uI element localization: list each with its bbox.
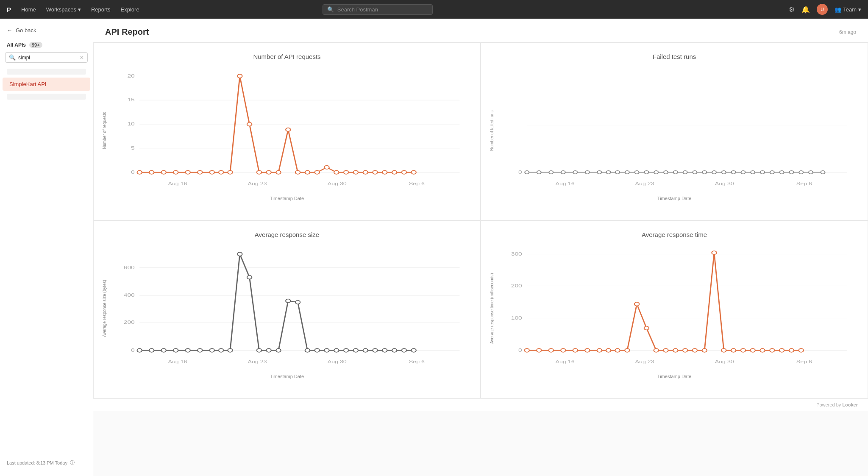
svg-point-113 — [363, 348, 368, 352]
svg-point-75 — [789, 171, 793, 174]
svg-point-30 — [305, 170, 310, 174]
svg-text:Sep 6: Sep 6 — [796, 359, 812, 364]
svg-point-99 — [228, 348, 232, 352]
svg-point-74 — [780, 171, 784, 174]
nav-home[interactable]: Home — [21, 6, 36, 13]
svg-point-24 — [247, 122, 252, 126]
sidebar-search[interactable]: 🔍 ✕ — [5, 52, 88, 63]
chart-svg-time: 0 100 200 300 Aug 16 Aug 23 Aug 30 Sep 6 — [497, 245, 859, 372]
svg-point-157 — [789, 348, 794, 352]
svg-text:Aug 30: Aug 30 — [715, 181, 734, 186]
gear-icon[interactable]: ⚙ — [789, 6, 795, 14]
svg-point-31 — [315, 170, 320, 174]
svg-point-148 — [702, 348, 707, 352]
user-avatar: U — [817, 4, 828, 15]
svg-point-116 — [392, 348, 397, 352]
api-count-badge: 99+ — [29, 42, 42, 48]
svg-point-61 — [654, 171, 658, 174]
back-button[interactable]: ← Go back — [0, 24, 93, 37]
svg-point-145 — [673, 348, 678, 352]
failed-test-runs-chart: Failed test runs Number of failed runs 0… — [481, 42, 868, 220]
info-icon[interactable]: ⓘ — [70, 459, 75, 466]
nav-workspaces[interactable]: Workspaces ▾ — [46, 6, 81, 13]
svg-point-114 — [373, 348, 377, 352]
svg-point-35 — [353, 170, 358, 174]
svg-point-29 — [295, 170, 300, 174]
svg-point-111 — [344, 348, 348, 352]
main-content: API Report 6m ago Number of API requests… — [93, 19, 868, 476]
svg-point-134 — [561, 348, 565, 352]
svg-point-138 — [606, 348, 611, 352]
search-input[interactable] — [337, 6, 428, 13]
svg-point-32 — [324, 166, 329, 170]
svg-point-153 — [751, 348, 755, 352]
nav-explore[interactable]: Explore — [121, 6, 139, 13]
sidebar: ← Go back All APIs 99+ 🔍 ✕ SimpleKart AP… — [0, 19, 93, 476]
svg-point-117 — [402, 348, 406, 352]
svg-point-151 — [731, 348, 736, 352]
svg-point-91 — [137, 348, 142, 352]
svg-point-136 — [585, 348, 590, 352]
svg-point-78 — [821, 171, 825, 174]
svg-point-102 — [257, 348, 262, 352]
charts-grid: Number of API requests Number of request… — [93, 42, 868, 398]
svg-point-39 — [392, 170, 397, 174]
svg-point-41 — [412, 170, 416, 174]
svg-text:Sep 6: Sep 6 — [409, 359, 425, 364]
bell-icon[interactable]: 🔔 — [801, 6, 810, 14]
chart-title-size: Average response size — [102, 231, 472, 238]
svg-point-155 — [770, 348, 774, 352]
svg-point-144 — [663, 348, 668, 352]
x-axis-label-failed: Timestamp Date — [490, 196, 859, 201]
svg-text:10: 10 — [127, 121, 135, 127]
search-bar[interactable]: 🔍 — [323, 4, 433, 15]
avg-response-size-chart: Average response size Average response s… — [93, 220, 481, 398]
svg-point-64 — [683, 171, 687, 174]
svg-point-16 — [161, 170, 166, 174]
svg-point-105 — [286, 299, 290, 303]
svg-text:Sep 6: Sep 6 — [409, 181, 425, 186]
svg-point-139 — [615, 348, 620, 352]
page-title: API Report — [105, 27, 149, 37]
svg-point-20 — [210, 170, 214, 174]
team-button[interactable]: 👥 Team ▾ — [835, 6, 861, 13]
svg-point-70 — [741, 171, 745, 174]
svg-point-118 — [412, 348, 416, 352]
svg-point-60 — [644, 171, 648, 174]
svg-text:0: 0 — [518, 169, 522, 175]
nav-reports[interactable]: Reports — [91, 6, 111, 13]
svg-point-140 — [625, 348, 629, 352]
chart-svg-size: 0 200 400 600 Aug 16 Aug 23 Aug 30 Sep 6 — [109, 245, 472, 372]
svg-point-115 — [382, 348, 387, 352]
svg-point-52 — [561, 171, 565, 174]
y-axis-label-size: Average response size (bytes) — [102, 245, 107, 372]
svg-point-17 — [173, 170, 178, 174]
svg-text:Aug 16: Aug 16 — [168, 181, 187, 186]
svg-text:0: 0 — [518, 347, 522, 353]
sidebar-item-simplekart[interactable]: SimpleKart API — [3, 78, 90, 91]
svg-text:Aug 23: Aug 23 — [248, 359, 267, 364]
svg-point-57 — [615, 171, 620, 174]
svg-point-38 — [382, 170, 387, 174]
app-layout: ← Go back All APIs 99+ 🔍 ✕ SimpleKart AP… — [0, 19, 868, 476]
svg-text:400: 400 — [124, 292, 135, 298]
svg-point-56 — [606, 171, 611, 174]
sidebar-search-input[interactable] — [18, 55, 77, 61]
svg-text:Aug 16: Aug 16 — [168, 359, 187, 364]
svg-point-33 — [334, 170, 339, 174]
svg-text:100: 100 — [511, 315, 522, 321]
clear-search-icon[interactable]: ✕ — [80, 55, 84, 61]
search-icon: 🔍 — [9, 54, 16, 61]
y-axis-label-failed: Number of failed runs — [490, 67, 494, 194]
svg-point-149 — [712, 251, 716, 255]
search-icon: 🔍 — [327, 6, 334, 13]
svg-text:0: 0 — [131, 169, 135, 175]
svg-point-37 — [373, 170, 377, 174]
svg-point-63 — [673, 171, 678, 174]
svg-text:Aug 16: Aug 16 — [555, 359, 574, 364]
svg-point-59 — [635, 171, 639, 174]
postman-logo: P — [7, 6, 11, 13]
svg-text:600: 600 — [124, 264, 135, 270]
svg-point-67 — [712, 171, 716, 174]
svg-point-26 — [267, 170, 271, 174]
